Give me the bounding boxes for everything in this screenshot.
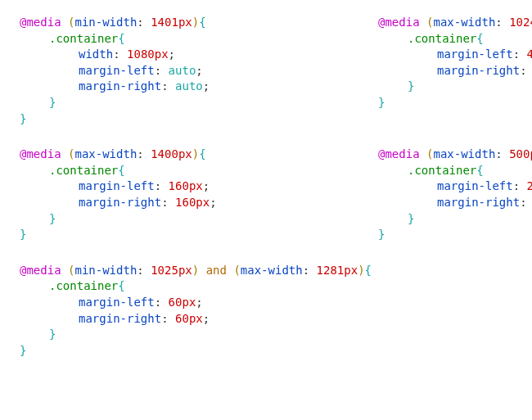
media-feature: max-width (433, 147, 495, 160)
selector: .container (49, 279, 118, 292)
code-line: } (378, 211, 532, 228)
prop: margin-left (437, 179, 513, 192)
value: auto (169, 64, 196, 77)
selector: .container (49, 164, 118, 177)
code-grid: @media (min-width: 1401px){ .container{ … (20, 15, 512, 359)
value: 1024px (509, 16, 532, 29)
code-line: margin-right: auto; (20, 79, 372, 95)
value: 500px (509, 147, 532, 160)
prop: margin-left (79, 64, 155, 77)
code-line: margin-right: 20px; (378, 195, 532, 211)
prop: margin-right (437, 196, 520, 209)
media-block-5: @media (min-width: 1025px) and (max-widt… (20, 263, 372, 359)
code-line: margin-left: 40px; (378, 47, 532, 63)
code-line: margin-left: 20px; (378, 178, 532, 195)
at-rule: @media (378, 147, 420, 160)
at-rule: @media (20, 147, 61, 160)
media-feature: min-width (74, 264, 137, 277)
at-rule: @media (20, 264, 61, 277)
code-line: } (20, 343, 372, 359)
paren-close: ) (192, 16, 199, 29)
at-rule: @media (20, 16, 61, 29)
media-block-3: @media (max-width: 1400px){ .container{ … (20, 147, 372, 243)
code-line: margin-left: 160px; (20, 178, 372, 195)
code-line: @media (max-width: 1400px){ (20, 147, 372, 163)
prop: margin-right (79, 312, 161, 325)
and-keyword: and (206, 264, 227, 277)
media-feature: max-width (241, 264, 303, 277)
value: 1401px (151, 16, 192, 29)
code-line: @media (max-width: 500px){ (378, 147, 532, 163)
value: 160px (175, 196, 210, 209)
code-line: margin-right: 60px; (20, 311, 372, 327)
code-line: .container{ (20, 163, 372, 179)
code-line: } (20, 227, 372, 243)
value: 1080px (127, 47, 169, 61)
code-line: } (378, 79, 532, 95)
code-line: } (20, 327, 372, 343)
code-line: .container{ (378, 31, 532, 47)
media-block-4: @media (max-width: 500px){ .container{ m… (378, 147, 532, 243)
media-feature: max-width (74, 147, 137, 160)
prop: margin-right (79, 196, 161, 209)
value: 20px (527, 179, 532, 192)
code-line: .container{ (20, 278, 372, 295)
selector: .container (49, 32, 118, 45)
code-line: width: 1080px; (20, 47, 372, 63)
code-line: margin-right: 40px; (378, 63, 532, 79)
value: 60px (175, 312, 203, 325)
media-feature: max-width (433, 16, 495, 29)
code-line: @media (min-width: 1401px){ (20, 15, 372, 31)
code-line: } (378, 95, 532, 111)
code-line: @media (min-width: 1025px) and (max-widt… (20, 263, 372, 279)
code-line: } (378, 227, 532, 243)
prop: margin-left (79, 296, 155, 309)
brace-close: } (49, 96, 56, 109)
prop: margin-right (79, 79, 161, 93)
brace-close: } (20, 112, 26, 125)
prop: margin-right (437, 64, 520, 77)
brace-open: { (199, 16, 205, 29)
prop: margin-left (437, 47, 513, 61)
value: 1400px (151, 147, 192, 160)
code-line: margin-left: 60px; (20, 295, 372, 311)
code-line: @media (max-width: 1024px){ (378, 15, 532, 31)
code-line: } (20, 95, 372, 111)
code-line: margin-left: auto; (20, 63, 372, 79)
selector: .container (408, 164, 476, 177)
value: auto (175, 79, 203, 93)
media-feature: min-width (74, 16, 137, 29)
prop: width (79, 47, 113, 61)
code-line: margin-right: 160px; (20, 195, 372, 211)
media-block-1: @media (min-width: 1401px){ .container{ … (20, 15, 372, 127)
at-rule: @media (378, 16, 420, 29)
code-line: } (20, 111, 372, 128)
colon: : (137, 16, 143, 29)
value: 40px (527, 47, 532, 61)
code-line: .container{ (20, 31, 372, 47)
value: 60px (169, 296, 196, 309)
value: 1025px (151, 264, 192, 277)
selector: .container (408, 32, 476, 45)
prop: margin-left (79, 179, 155, 192)
code-line: .container{ (378, 163, 532, 179)
media-block-2: @media (max-width: 1024px){ .container{ … (378, 15, 532, 127)
brace-open: { (118, 32, 124, 45)
code-line: } (20, 211, 372, 228)
value: 1281px (317, 264, 358, 277)
value: 160px (169, 179, 203, 192)
